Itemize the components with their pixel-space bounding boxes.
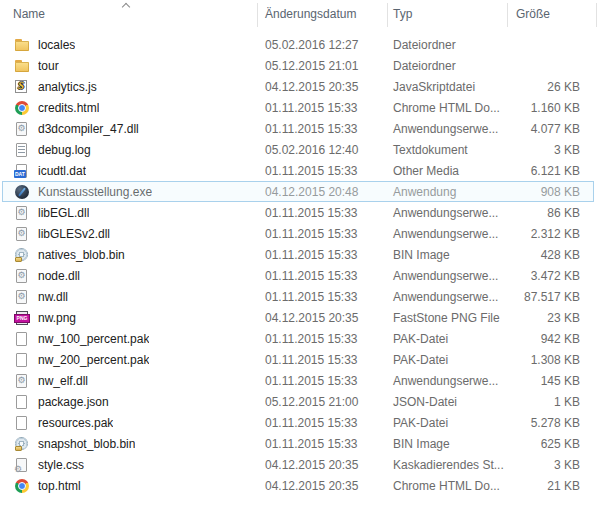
file-type-cell: Dateiordner — [388, 38, 508, 52]
file-row[interactable]: credits.html 01.11.2015 15:33 Chrome HTM… — [0, 97, 606, 118]
file-name-cell: node.dll — [0, 268, 258, 284]
file-size-cell: 4.077 KB — [508, 122, 597, 136]
file-name-label: icudtl.dat — [38, 164, 86, 178]
js-icon — [14, 79, 30, 95]
file-icon — [14, 394, 30, 410]
file-row[interactable]: nw.dll 01.11.2015 15:33 Anwendungserwe..… — [0, 286, 606, 307]
file-size-cell: 3.472 KB — [508, 269, 597, 283]
file-name-label: top.html — [38, 479, 81, 493]
file-name-label: nw_100_percent.pak — [38, 332, 149, 346]
file-row[interactable]: d3dcompiler_47.dll 01.11.2015 15:33 Anwe… — [0, 118, 606, 139]
file-row[interactable]: nw_elf.dll 01.11.2015 15:33 Anwendungser… — [0, 370, 606, 391]
file-name-cell: analytics.js — [0, 79, 258, 95]
file-name-label: snapshot_blob.bin — [38, 437, 135, 451]
file-date-cell: 01.11.2015 15:33 — [258, 437, 388, 451]
txt-icon — [14, 142, 30, 158]
file-name-cell: nw_elf.dll — [0, 373, 258, 389]
file-row[interactable]: libGLESv2.dll 01.11.2015 15:33 Anwendung… — [0, 223, 606, 244]
file-name-cell: libGLESv2.dll — [0, 226, 258, 242]
file-name-label: package.json — [38, 395, 109, 409]
file-date-cell: 01.11.2015 15:33 — [258, 353, 388, 367]
file-type-cell: Anwendungserwe... — [388, 290, 508, 304]
file-name-label: style.css — [38, 458, 84, 472]
file-type-cell: Anwendungserwe... — [388, 206, 508, 220]
file-name-label: nw.png — [38, 311, 76, 325]
file-date-cell: 05.12.2015 21:00 — [258, 395, 388, 409]
column-header-type[interactable]: Typ — [388, 3, 508, 27]
file-name-cell: nw_200_percent.pak — [0, 352, 258, 368]
file-size-cell: 6.121 KB — [508, 164, 597, 178]
file-type-cell: BIN Image — [388, 437, 508, 451]
file-size-cell: 942 KB — [508, 332, 597, 346]
file-row[interactable]: nw.png 04.12.2015 20:35 FastStone PNG Fi… — [0, 307, 606, 328]
file-name-label: Kunstausstellung.exe — [38, 185, 152, 199]
file-row[interactable]: libEGL.dll 01.11.2015 15:33 Anwendungser… — [0, 202, 606, 223]
file-row[interactable]: snapshot_blob.bin 01.11.2015 15:33 BIN I… — [0, 433, 606, 454]
file-name-cell: credits.html — [0, 100, 258, 116]
file-name-label: node.dll — [38, 269, 80, 283]
file-type-cell: JSON-Datei — [388, 395, 508, 409]
file-type-cell: Kaskadierendes St... — [388, 458, 508, 472]
file-name-cell: nw_100_percent.pak — [0, 331, 258, 347]
file-size-cell: 2.312 KB — [508, 227, 597, 241]
file-size-cell: 145 KB — [508, 374, 597, 388]
file-type-cell: Chrome HTML Do... — [388, 479, 508, 493]
file-size-cell: 3 KB — [508, 143, 597, 157]
file-row[interactable]: nw_100_percent.pak 01.11.2015 15:33 PAK-… — [0, 328, 606, 349]
file-row[interactable]: icudtl.dat 01.11.2015 15:33 Other Media … — [0, 160, 606, 181]
file-date-cell: 01.11.2015 15:33 — [258, 269, 388, 283]
file-name-cell: icudtl.dat — [0, 163, 258, 179]
file-size-cell: 908 KB — [508, 185, 597, 199]
dll-icon — [14, 373, 30, 389]
file-size-cell: 625 KB — [508, 437, 597, 451]
file-size-cell: 23 KB — [508, 311, 597, 325]
file-row[interactable]: nw_200_percent.pak 01.11.2015 15:33 PAK-… — [0, 349, 606, 370]
column-header-date-modified[interactable]: Änderungsdatum — [258, 3, 388, 27]
file-date-cell: 04.12.2015 20:35 — [258, 311, 388, 325]
file-name-label: libEGL.dll — [38, 206, 89, 220]
file-date-cell: 01.11.2015 15:33 — [258, 332, 388, 346]
folder-icon — [14, 58, 30, 74]
file-date-cell: 01.11.2015 15:33 — [258, 122, 388, 136]
file-row[interactable]: style.css 04.12.2015 20:35 Kaskadierende… — [0, 454, 606, 475]
column-header-size[interactable]: Größe — [508, 3, 597, 27]
file-name-cell: libEGL.dll — [0, 205, 258, 221]
file-type-cell: Other Media — [388, 164, 508, 178]
file-row[interactable]: locales 05.02.2016 12:27 Dateiordner — [0, 34, 606, 55]
file-date-cell: 05.02.2016 12:40 — [258, 143, 388, 157]
file-type-cell: Anwendungserwe... — [388, 374, 508, 388]
file-name-label: nw.dll — [38, 290, 68, 304]
file-size-cell: 87.517 KB — [508, 290, 597, 304]
file-date-cell: 01.11.2015 15:33 — [258, 416, 388, 430]
file-row[interactable]: tour 05.12.2015 21:01 Dateiordner — [0, 55, 606, 76]
file-type-cell: FastStone PNG File — [388, 311, 508, 325]
chrome-icon — [14, 478, 30, 494]
file-name-cell: tour — [0, 58, 258, 74]
file-row[interactable]: node.dll 01.11.2015 15:33 Anwendungserwe… — [0, 265, 606, 286]
file-size-cell: 21 KB — [508, 479, 597, 493]
file-date-cell: 01.11.2015 15:33 — [258, 374, 388, 388]
dat-icon — [14, 163, 30, 179]
file-size-cell: 1.160 KB — [508, 101, 597, 115]
file-type-cell: Chrome HTML Do... — [388, 101, 508, 115]
column-header-row: Name Änderungsdatum Typ Größe — [0, 0, 606, 30]
file-size-cell: 428 KB — [508, 248, 597, 262]
file-name-label: nw_elf.dll — [38, 374, 88, 388]
file-row[interactable]: Kunstausstellung.exe 04.12.2015 20:48 An… — [0, 181, 606, 202]
file-type-cell: Textdokument — [388, 143, 508, 157]
file-row[interactable]: debug.log 05.02.2016 12:40 Textdokument … — [0, 139, 606, 160]
dll-icon — [14, 226, 30, 242]
file-row[interactable]: natives_blob.bin 01.11.2015 15:33 BIN Im… — [0, 244, 606, 265]
file-row[interactable]: package.json 05.12.2015 21:00 JSON-Datei… — [0, 391, 606, 412]
file-date-cell: 04.12.2015 20:35 — [258, 458, 388, 472]
file-date-cell: 01.11.2015 15:33 — [258, 206, 388, 220]
file-name-label: d3dcompiler_47.dll — [38, 122, 139, 136]
dll-icon — [14, 289, 30, 305]
file-name-cell: debug.log — [0, 142, 258, 158]
file-row[interactable]: analytics.js 04.12.2015 20:35 JavaSkript… — [0, 76, 606, 97]
bin-icon — [14, 436, 30, 452]
file-row[interactable]: top.html 04.12.2015 20:35 Chrome HTML Do… — [0, 475, 606, 496]
file-name-label: credits.html — [38, 101, 99, 115]
chrome-icon — [14, 100, 30, 116]
file-row[interactable]: resources.pak 01.11.2015 15:33 PAK-Datei… — [0, 412, 606, 433]
